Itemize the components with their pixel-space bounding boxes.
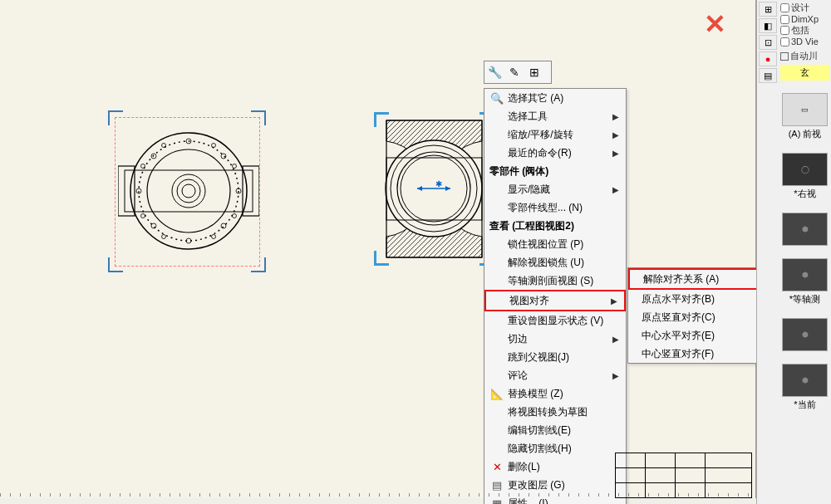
tool-icon-1[interactable]: 🔧 — [486, 64, 503, 81]
drawing-canvas[interactable]: ✱ ✕ 🔧 ✎ ⊞ 🔍 选择其它 (A) 选择工具 ▶ 缩放/平移/旋转 ▶ 最… — [0, 0, 756, 498]
menu-jump-parent[interactable]: 跳到父视图(J) — [484, 348, 626, 366]
svg-rect-1 — [243, 166, 259, 216]
menu-replace-model[interactable]: 📐 替换模型 (Z) — [484, 384, 626, 403]
panel-tab-icon-1[interactable]: ⊞ — [759, 2, 777, 17]
panel-tab-icon-5[interactable]: ▤ — [759, 68, 777, 83]
view-thumbnail-right[interactable]: ◯ *右视 — [780, 153, 829, 200]
submenu-origin-vert[interactable]: 原点竖直对齐(C) — [628, 308, 760, 326]
tool-icon-2[interactable]: ✎ — [506, 64, 523, 81]
mini-toolbar: 🔧 ✎ ⊞ — [484, 61, 552, 84]
svg-point-5 — [147, 149, 230, 232]
submenu-origin-horiz[interactable]: 原点水平对齐(B) — [628, 290, 760, 308]
submenu-break-alignment[interactable]: 解除对齐关系 (A) — [628, 268, 760, 290]
check-3dview[interactable]: 3D Vie — [780, 37, 829, 46]
panel-tab-icon-2[interactable]: ◧ — [759, 18, 777, 33]
view-thumbnail-iso[interactable]: ⬢ *等轴测 — [780, 258, 829, 306]
panel-tab-icon-3[interactable]: ⊡ — [759, 35, 777, 50]
check-dimxp[interactable]: DimXp — [780, 14, 829, 24]
replace-icon: 📐 — [488, 385, 506, 402]
menu-convert-sketch[interactable]: 将视图转换为草图 — [484, 403, 626, 421]
yellow-button[interactable]: 玄 — [780, 65, 829, 81]
menu-header-component: 零部件 (阀体) — [484, 162, 626, 180]
svg-point-13 — [221, 154, 226, 159]
menu-zoom-pan[interactable]: 缩放/平移/旋转 ▶ — [484, 125, 626, 144]
menu-edit-cutline[interactable]: 编辑切割线(E) — [484, 421, 626, 439]
svg-point-21 — [141, 164, 145, 169]
panel-tab-icon-4[interactable]: ● — [759, 51, 777, 66]
svg-point-4 — [139, 141, 238, 241]
arrow-icon: ▶ — [612, 371, 622, 380]
svg-point-18 — [162, 144, 166, 148]
right-panel: ⊞ ◧ ⊡ ● ▤ 设计 DimXp 包括 3D Vie 自动川 玄 ▭ (A)… — [756, 0, 831, 504]
submenu-center-vert[interactable]: 中心竖直对齐(F) — [628, 345, 760, 363]
view-thumbnail-front[interactable]: ▭ (A) 前视 — [780, 93, 829, 140]
close-icon[interactable]: ✕ — [704, 8, 726, 40]
menu-tangent-edge[interactable]: 切边 ▶ — [484, 330, 626, 348]
arrow-icon: ▶ — [611, 296, 621, 306]
alignment-submenu: 解除对齐关系 (A) 原点水平对齐(B) 原点竖直对齐(C) 中心水平对齐(E)… — [627, 267, 760, 364]
svg-point-23 — [233, 164, 237, 169]
horizontal-ruler — [0, 493, 756, 497]
menu-delete[interactable]: ✕ 删除(L) — [484, 458, 626, 476]
flange-front-view — [118, 120, 259, 262]
svg-point-22 — [141, 214, 145, 218]
tool-icon-3[interactable]: ⊞ — [526, 64, 543, 81]
svg-point-24 — [233, 214, 237, 218]
menu-iso-section[interactable]: 等轴测剖面视图 (S) — [484, 272, 626, 290]
svg-point-8 — [182, 184, 195, 198]
menu-select-other[interactable]: 🔍 选择其它 (A) — [484, 89, 626, 107]
delete-icon: ✕ — [488, 458, 506, 475]
menu-recent-cmd[interactable]: 最近的命令(R) ▶ — [484, 144, 626, 162]
svg-point-7 — [177, 179, 200, 203]
svg-point-20 — [162, 235, 166, 239]
svg-point-3 — [130, 133, 247, 249]
menu-unlock-view-focus[interactable]: 解除视图锁焦 (U) — [484, 253, 626, 272]
title-block — [615, 453, 752, 498]
menu-show-hide[interactable]: 显示/隐藏 ▶ — [484, 180, 626, 198]
menu-comment[interactable]: 评论 ▶ — [484, 366, 626, 384]
svg-rect-0 — [118, 166, 135, 216]
view-thumbnail-current[interactable]: ⬢ *当前 — [780, 364, 829, 411]
menu-select-tool[interactable]: 选择工具 ▶ — [484, 107, 626, 125]
svg-point-17 — [212, 144, 216, 148]
select-icon: 🔍 — [488, 90, 506, 106]
arrow-icon: ▶ — [612, 112, 622, 121]
menu-change-layer[interactable]: ▤ 更改图层 (G) — [484, 476, 626, 494]
layer-icon: ▤ — [488, 477, 506, 493]
svg-point-14 — [151, 223, 156, 228]
menu-lock-view-pos[interactable]: 锁住视图位置 (P) — [484, 235, 626, 253]
menu-component-line[interactable]: 零部件线型... (N) — [484, 198, 626, 217]
arrow-icon: ▶ — [612, 185, 622, 194]
menu-view-alignment[interactable]: 视图对齐 ▶ — [484, 290, 626, 311]
drawing-view-1[interactable] — [108, 110, 266, 272]
view-thumbnail-3[interactable]: ⬢ — [780, 213, 829, 246]
view-thumbnail-5[interactable]: ⬢ — [780, 318, 829, 351]
context-menu: 🔍 选择其它 (A) 选择工具 ▶ 缩放/平移/旋转 ▶ 最近的命令(R) ▶ … — [484, 88, 627, 504]
drawing-view-2[interactable]: ✱ — [374, 112, 494, 266]
svg-rect-2 — [125, 170, 253, 212]
submenu-center-horiz[interactable]: 中心水平对齐(E) — [628, 326, 760, 345]
menu-reset-display[interactable]: 重设曾图显示状态 (V) — [484, 311, 626, 330]
check-include[interactable]: 包括 — [780, 24, 829, 37]
arrow-icon: ▶ — [612, 130, 622, 139]
arrow-icon: ▶ — [612, 335, 622, 344]
check-auto[interactable]: 自动川 — [780, 50, 829, 62]
svg-point-15 — [221, 223, 226, 228]
arrow-icon: ▶ — [612, 149, 622, 158]
menu-hide-cutline[interactable]: 隐藏切割线(H) — [484, 439, 626, 458]
check-design[interactable]: 设计 — [780, 2, 829, 14]
svg-point-19 — [212, 235, 216, 239]
menu-header-view: 查看 (工程图视图2) — [484, 217, 626, 235]
